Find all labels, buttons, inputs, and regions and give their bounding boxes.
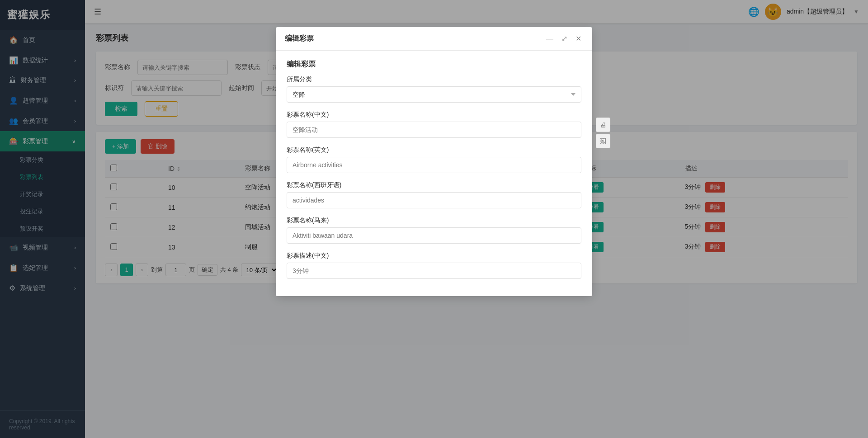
modal-side-icons: 🖨 🖼 <box>596 118 610 148</box>
form-group-name-en: 彩票名称(英文) <box>287 146 581 173</box>
modal-minimize-button[interactable]: — <box>544 34 555 44</box>
modal-section-title: 编辑彩票 <box>287 60 581 69</box>
form-label-name-zh: 彩票名称(中文) <box>287 111 581 119</box>
form-label-name-en: 彩票名称(英文) <box>287 146 581 154</box>
form-input-name-my[interactable] <box>287 227 581 244</box>
modal-body: 编辑彩票 所属分类 空降约炮同城租友 彩票名称(中文) 彩票名称(英文) 彩票名… <box>276 51 592 296</box>
form-group-desc-zh: 彩票描述(中文) <box>287 252 581 279</box>
modal-maximize-button[interactable]: ⤢ <box>560 33 569 44</box>
image-icon[interactable]: 🖼 <box>596 134 610 148</box>
form-group-name-my: 彩票名称(马来) <box>287 217 581 244</box>
form-label-category: 所属分类 <box>287 75 581 84</box>
modal-actions: — ⤢ ✕ <box>544 33 583 44</box>
form-group-name-es: 彩票名称(西班牙语) <box>287 181 581 208</box>
form-label-name-es: 彩票名称(西班牙语) <box>287 181 581 189</box>
print-icon[interactable]: 🖨 <box>596 118 610 132</box>
form-group-name-zh: 彩票名称(中文) <box>287 111 581 138</box>
modal-header: 编辑彩票 — ⤢ ✕ <box>276 27 592 51</box>
form-label-desc-zh: 彩票描述(中文) <box>287 252 581 260</box>
form-label-name-my: 彩票名称(马来) <box>287 217 581 225</box>
form-group-category: 所属分类 空降约炮同城租友 <box>287 75 581 103</box>
modal-title: 编辑彩票 <box>285 34 314 43</box>
form-select-category[interactable]: 空降约炮同城租友 <box>287 86 581 103</box>
form-input-name-es[interactable] <box>287 192 581 208</box>
edit-lottery-modal: 编辑彩票 — ⤢ ✕ 编辑彩票 所属分类 空降约炮同城租友 彩票名称(中文) 彩… <box>276 27 592 296</box>
form-input-desc-zh[interactable] <box>287 263 581 279</box>
modal-overlay[interactable]: 编辑彩票 — ⤢ ✕ 编辑彩票 所属分类 空降约炮同城租友 彩票名称(中文) 彩… <box>0 0 868 438</box>
modal-close-button[interactable]: ✕ <box>574 33 583 44</box>
form-input-name-zh[interactable] <box>287 122 581 138</box>
form-input-name-en[interactable] <box>287 157 581 173</box>
